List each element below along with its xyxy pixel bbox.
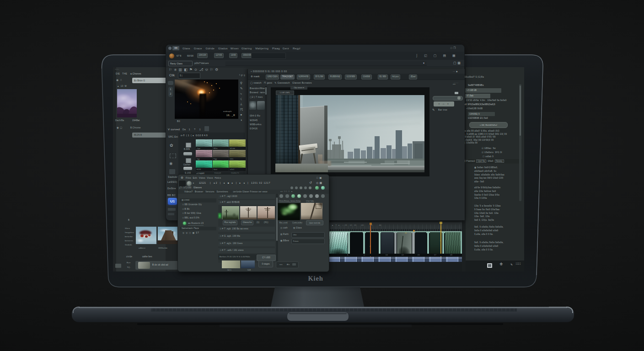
svg-text:Kieh: Kieh [308, 275, 323, 282]
